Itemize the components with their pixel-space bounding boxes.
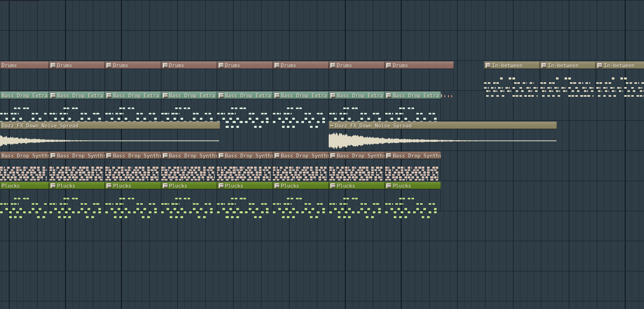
clip-plucks[interactable]: Plucks (385, 182, 440, 210)
clip-title-bar[interactable]: Bass Drop Synths (49, 152, 105, 159)
clip-title-bar[interactable]: Bass Drop Extra (161, 91, 217, 99)
clip-dazz[interactable]: ↦Dazz_FX_Down_Noise_Spread (329, 121, 557, 150)
clip-inbetween[interactable]: In-between (540, 61, 596, 90)
note-dash (432, 171, 433, 174)
clip-title-bar[interactable]: Drums (329, 61, 385, 69)
clip-drums[interactable]: Drums (385, 61, 454, 90)
note-dash (360, 113, 363, 115)
clip-title-bar[interactable]: Bass Drop Synths (105, 152, 161, 159)
clip-synths[interactable]: Bass Drop Synths (161, 152, 217, 180)
clip-title-bar[interactable]: Plucks (385, 182, 440, 189)
clip-plucks[interactable]: Plucks (217, 182, 273, 210)
clip-plucks[interactable]: Plucks (161, 182, 217, 210)
clip-title-bar[interactable]: In-between (596, 61, 644, 69)
note-dash (392, 174, 395, 176)
note-dash (11, 169, 13, 171)
clip-synths[interactable]: Bass Drop Synths (385, 152, 440, 180)
note-dash (388, 174, 391, 176)
clip-drums[interactable]: Drums (0, 61, 49, 90)
clip-title-bar[interactable]: ↦Dazz_FX_Down_Noise_Spread (329, 121, 557, 129)
clip-drums[interactable]: Drums (49, 61, 105, 90)
clip-extra[interactable]: Bass Drop Extra (385, 91, 440, 120)
clip-drums[interactable]: Drums (105, 61, 161, 90)
note-dash (33, 179, 36, 181)
clip-plucks[interactable]: Plucks (329, 182, 385, 210)
clip-plucks[interactable]: Plucks (273, 182, 329, 210)
pattern-icon (597, 63, 602, 68)
clip-title-bar[interactable]: Bass Drop Extra (385, 91, 440, 99)
clip-title-bar[interactable]: Bass Drop Extra (329, 91, 385, 99)
clip-title-bar[interactable]: Drums (161, 61, 217, 69)
clip-extra[interactable]: Bass Drop Extra (217, 91, 273, 120)
clip-inbetween[interactable]: In-between (484, 61, 540, 90)
note-dash (228, 113, 230, 115)
clip-extra[interactable]: Bass Drop Extra (273, 91, 329, 120)
clip-title-bar[interactable]: Drums (49, 61, 105, 69)
clip-title-bar[interactable]: Drums (0, 61, 49, 69)
clip-title-bar[interactable]: Bass Drop Synths (385, 152, 440, 159)
note-dash (84, 174, 87, 176)
clip-title-bar[interactable]: Bass Drop Synths (217, 152, 273, 159)
note-dash (164, 179, 167, 181)
note-dash (332, 203, 335, 205)
clip-synths[interactable]: Bass Drop Synths (49, 152, 105, 180)
clip-title-bar[interactable]: Drums (217, 61, 273, 69)
clip-title-bar[interactable]: Plucks (273, 182, 329, 189)
clip-inbetween[interactable]: In-between (596, 61, 644, 90)
clip-synths[interactable]: Bass Drop Synths (105, 152, 161, 180)
clip-title-bar[interactable]: Bass Drop Extra (49, 91, 105, 99)
note-dash (415, 167, 417, 169)
note-dash (319, 176, 321, 178)
clip-plucks[interactable]: Plucks (49, 182, 105, 210)
clip-plucks[interactable]: Plucks (105, 182, 161, 210)
clip-synths[interactable]: Bass Drop Synths (329, 152, 385, 180)
clip-title-bar[interactable]: Plucks (0, 182, 49, 189)
note-dash (39, 174, 41, 176)
note-dash (21, 179, 23, 181)
clip-synths[interactable]: Bass Drop Synths (217, 152, 273, 180)
clip-dazz[interactable]: Dazz_FX_Down_Noise_Spread (0, 121, 220, 150)
clip-extra[interactable]: Bass Drop Extra (161, 91, 217, 120)
note-dash (184, 169, 186, 171)
clip-title-bar[interactable]: In-between (484, 61, 540, 69)
clip-title-bar[interactable]: In-between (540, 61, 596, 69)
clip-title-bar[interactable]: Plucks (161, 182, 217, 189)
note-dash (280, 169, 281, 171)
clip-title-bar[interactable]: Bass Drop Synths (273, 152, 329, 159)
clip-drums[interactable]: Drums (161, 61, 217, 90)
clip-title-bar[interactable]: Drums (385, 61, 454, 69)
clip-synths[interactable]: Bass Drop Synths (273, 152, 329, 180)
clip-title-bar[interactable]: Plucks (49, 182, 105, 189)
note-dash (63, 198, 66, 200)
clip-extra[interactable]: Bass Drop Extra (49, 91, 105, 120)
note-dash (402, 113, 403, 115)
playlist-grid[interactable]: DrumsDrumsDrumsDrumsDrumsDrumsDrumsDrums… (0, 0, 644, 309)
clip-synths[interactable]: Bass Drop Synths (0, 152, 49, 180)
clip-remnant[interactable] (0, 0, 39, 1)
clip-title-bar[interactable]: Dazz_FX_Down_Noise_Spread (0, 121, 220, 129)
clip-title-bar[interactable]: Plucks (217, 182, 273, 189)
note-dash (278, 208, 281, 210)
clip-extra[interactable]: Bass Drop Extra (329, 91, 385, 120)
clip-title-bar[interactable]: Plucks (105, 182, 161, 189)
clip-extra[interactable]: Bass Drop Extra (105, 91, 161, 120)
clip-title-bar[interactable]: Drums (273, 61, 329, 69)
clip-title-bar[interactable]: Bass Drop Extra (0, 91, 49, 99)
note-dash (98, 176, 101, 178)
clip-title-bar[interactable]: Plucks (329, 182, 385, 189)
clip-title-bar[interactable]: Bass Drop Synths (161, 152, 217, 159)
clip-plucks[interactable]: Plucks (0, 182, 49, 210)
clip-title-bar[interactable]: Bass Drop Synths (0, 152, 49, 159)
note-dash (112, 174, 115, 176)
clip-title-bar[interactable]: Bass Drop Extra (273, 91, 329, 99)
clip-drums[interactable]: Drums (273, 61, 329, 90)
note-dash (298, 179, 300, 181)
clip-drums[interactable]: Drums (329, 61, 385, 90)
note-dash (112, 167, 115, 169)
clip-title-bar[interactable]: Drums (105, 61, 161, 69)
clip-title-bar[interactable]: Bass Drop Extra (217, 91, 273, 99)
clip-drums[interactable]: Drums (217, 61, 273, 90)
clip-extra[interactable]: Bass Drop Extra (0, 91, 49, 120)
clip-title-bar[interactable]: Bass Drop Extra (105, 91, 161, 99)
clip-title-bar[interactable]: Bass Drop Synths (329, 152, 385, 159)
